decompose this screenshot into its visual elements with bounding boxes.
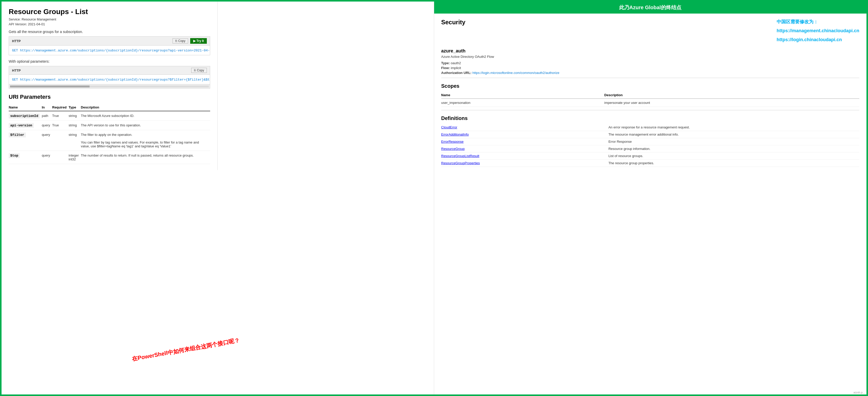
auth-url-link[interactable]: https://login.microsoftonline.com/common… bbox=[472, 71, 560, 75]
param-name: $top bbox=[9, 153, 20, 158]
optional-label: With optional parameters: bbox=[9, 59, 210, 63]
col-name: Name bbox=[9, 104, 42, 111]
http-body-1: GET https://management.azure.com/subscri… bbox=[9, 45, 210, 55]
http-actions-2: ⎘ Copy bbox=[191, 68, 207, 73]
china-url-1: https://management.chinacloudapi.cn bbox=[777, 28, 859, 34]
param-name: $filter bbox=[9, 133, 26, 137]
http-url-1: GET https://management.azure.com/subscri… bbox=[12, 48, 210, 53]
list-item: ResourceGroup Resource group information… bbox=[441, 145, 860, 152]
param-description: The Microsoft Azure subscription ID. bbox=[81, 111, 210, 121]
copy-button-2[interactable]: ⎘ Copy bbox=[191, 68, 207, 73]
http-label-1: HTTP bbox=[12, 39, 21, 43]
http-block-2: HTTP ⎘ Copy GET https://management.azure… bbox=[9, 66, 210, 89]
param-type: string bbox=[69, 121, 81, 130]
definitions-table: CloudError An error response for a resou… bbox=[441, 124, 860, 167]
scopes-col-name: Name bbox=[441, 92, 604, 99]
http-block-1: HTTP ⎘ Copy ▶ Try It GET https://managem… bbox=[9, 36, 210, 55]
param-in: path bbox=[42, 111, 52, 121]
col-type: Type bbox=[69, 104, 81, 111]
params-table-header: Name In Required Type Description bbox=[9, 104, 210, 111]
definition-description: The resource management error additional… bbox=[609, 131, 859, 138]
definition-description: The resource group properties. bbox=[609, 159, 859, 167]
definition-description: Resource group information. bbox=[609, 145, 859, 152]
definition-link[interactable]: ErrorAdditionalInfo bbox=[441, 133, 469, 136]
list-item: ErrorAdditionalInfo The resource managem… bbox=[441, 131, 860, 138]
param-name: subscriptionId bbox=[9, 113, 40, 119]
right-panel: 此乃Azure Global的终结点 Security 中国区需要修改为： ht… bbox=[434, 2, 867, 394]
security-title: Security bbox=[441, 19, 466, 26]
scopes-table: Name Description user_impersonation impe… bbox=[441, 92, 860, 107]
param-required bbox=[52, 151, 69, 164]
list-item: ErrorResponse Error Response bbox=[441, 138, 860, 145]
param-in: query bbox=[42, 121, 52, 130]
table-row: subscriptionId path True string The Micr… bbox=[9, 111, 210, 121]
param-required: True bbox=[52, 121, 69, 130]
col-description: Description bbox=[81, 104, 210, 111]
service-label: Service: Resource Management bbox=[9, 18, 210, 21]
auth-subtitle: Azure Active Directory OAuth2 Flow bbox=[441, 55, 860, 59]
definition-description: An error response for a resource managem… bbox=[609, 124, 859, 131]
watermark: aiznh.p... bbox=[854, 391, 865, 394]
http-header-2: HTTP ⎘ Copy bbox=[9, 66, 210, 75]
page-description: Gets all the resource groups for a subsc… bbox=[9, 30, 210, 34]
powershell-annotation: 在PowerShell中如何来组合这两个接口呢？ bbox=[131, 336, 240, 363]
param-type: integer int32 bbox=[69, 151, 81, 164]
col-in: In bbox=[42, 104, 52, 111]
http-label-2: HTTP bbox=[12, 69, 21, 72]
definition-link[interactable]: ErrorResponse bbox=[441, 140, 464, 143]
param-description: The filter to apply on the operation. Yo… bbox=[81, 130, 210, 151]
annotation-banner: 此乃Azure Global的终结点 bbox=[434, 2, 867, 13]
auth-flow: Flow: implicit bbox=[441, 66, 860, 70]
scope-name: user_impersonation bbox=[441, 98, 604, 107]
param-required: True bbox=[52, 111, 69, 121]
copy-label-2: Copy bbox=[197, 69, 204, 72]
api-version-label: API Version: 2021-04-01 bbox=[9, 22, 210, 26]
table-row: $filter query string The filter to apply… bbox=[9, 130, 210, 151]
params-table: Name In Required Type Description subscr… bbox=[9, 104, 210, 164]
horizontal-scrollbar[interactable] bbox=[9, 84, 210, 88]
scrollbar-track bbox=[10, 86, 209, 88]
auth-type: Type: oauth2 bbox=[441, 61, 860, 65]
copy-icon-2: ⎘ bbox=[194, 69, 196, 72]
copy-button-1[interactable]: ⎘ Copy bbox=[173, 38, 188, 43]
scrollbar-thumb bbox=[10, 86, 90, 88]
definition-link[interactable]: ResourceGroupListResult bbox=[441, 154, 479, 158]
copy-icon-1: ⎘ bbox=[175, 39, 177, 43]
param-description: The number of results to return. If null… bbox=[81, 151, 210, 164]
page-title: Resource Groups - List bbox=[9, 8, 210, 16]
banner-text: 此乃Azure Global的终结点 bbox=[619, 5, 681, 10]
http-url-2: GET https://management.azure.com/subscri… bbox=[12, 78, 210, 81]
col-required: Required bbox=[52, 104, 69, 111]
list-item: CloudError An error response for a resou… bbox=[441, 124, 860, 131]
scope-description: impersonate your user account bbox=[604, 98, 859, 107]
try-it-button[interactable]: ▶ Try It bbox=[190, 38, 207, 44]
auth-section: azure_auth Azure Active Directory OAuth2… bbox=[441, 48, 860, 75]
definition-link[interactable]: ResourceGroup bbox=[441, 147, 465, 151]
table-row: $top query integer int32 The number of r… bbox=[9, 151, 210, 164]
http-body-2: GET https://management.azure.com/subscri… bbox=[9, 75, 210, 84]
table-row: api-version query True string The API ve… bbox=[9, 121, 210, 130]
param-required bbox=[52, 130, 69, 151]
right-content: Security 中国区需要修改为： https://management.ch… bbox=[434, 13, 867, 172]
scopes-col-desc: Description bbox=[604, 92, 859, 99]
param-in: query bbox=[42, 130, 52, 151]
definition-link[interactable]: ResourceGroupProperties bbox=[441, 161, 480, 165]
param-in: query bbox=[42, 151, 52, 164]
list-item: user_impersonation impersonate your user… bbox=[441, 98, 860, 107]
http-header-1: HTTP ⎘ Copy ▶ Try It bbox=[9, 37, 210, 45]
param-type: string bbox=[69, 111, 81, 121]
definition-link[interactable]: CloudError bbox=[441, 125, 458, 129]
definitions-title: Definitions bbox=[441, 116, 860, 121]
definition-description: Error Response bbox=[609, 138, 859, 145]
scopes-header: Name Description bbox=[441, 92, 860, 99]
copy-label-1: Copy bbox=[178, 39, 185, 43]
param-description: The API version to use for this operatio… bbox=[81, 121, 210, 130]
param-type: string bbox=[69, 130, 81, 151]
definition-description: List of resource groups. bbox=[609, 152, 859, 159]
http-actions-1: ⎘ Copy ▶ Try It bbox=[173, 38, 207, 44]
list-item: ResourceGroupProperties The resource gro… bbox=[441, 159, 860, 167]
auth-url: Authorization URL: https://login.microso… bbox=[441, 71, 860, 75]
china-url-2: https://login.chinacloudapi.cn bbox=[777, 37, 842, 43]
china-annotation-label: 中国区需要修改为： bbox=[777, 19, 818, 25]
param-name: api-version bbox=[9, 123, 34, 128]
